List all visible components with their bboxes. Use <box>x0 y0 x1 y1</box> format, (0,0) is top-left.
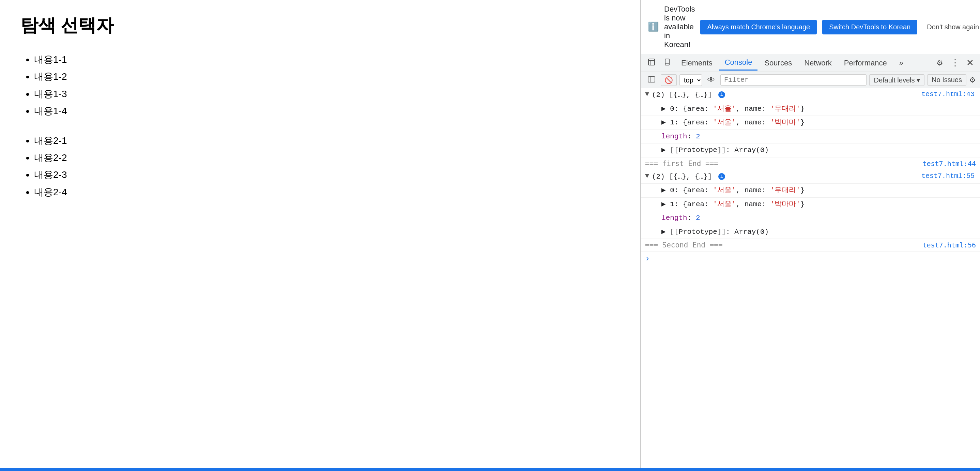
list-item: 내용1-4 <box>34 103 620 119</box>
bottom-bar <box>0 468 980 471</box>
page-title: 탐색 선택자 <box>21 14 620 38</box>
console-entry-2-length: ▶ length: 2 <box>641 211 980 225</box>
tab-sources[interactable]: Sources <box>759 56 797 70</box>
live-expressions-button[interactable]: 👁 <box>705 74 718 86</box>
device-mode-button[interactable] <box>660 56 675 70</box>
expand-arrow-2[interactable]: ▼ <box>645 172 649 180</box>
info-icon: ℹ️ <box>648 21 659 32</box>
separator-text-2: === Second End === <box>645 241 723 249</box>
child-text-0: ▶ 0: {area: '서울', name: '무대리'} <box>652 103 976 115</box>
notification-bar: ℹ️ DevTools is now available in Korean! … <box>641 0 980 54</box>
list-section-1: 내용1-1 내용1-2 내용1-3 내용1-4 <box>21 51 620 120</box>
tab-network[interactable]: Network <box>799 56 837 70</box>
close-devtools-button[interactable]: ✕ <box>964 56 977 70</box>
notification-text: DevTools is now available in Korean! <box>664 5 695 49</box>
separator-first-end: === first End === test7.html:44 <box>641 158 980 170</box>
console-entry-2-proto: ▶ ▶ [[Prototype]]: Array(0) <box>641 225 980 239</box>
console-settings-button[interactable]: ⚙ <box>969 76 976 84</box>
child2-length: length: 2 <box>652 213 976 224</box>
child-proto: ▶ [[Prototype]]: Array(0) <box>652 145 976 156</box>
default-levels-button[interactable]: Default levels ▾ <box>869 74 924 86</box>
tab-elements[interactable]: Elements <box>676 56 718 70</box>
child2-text-1: ▶ 1: {area: '서울', name: '박마마'} <box>652 199 976 210</box>
sep-line-ref-1[interactable]: test7.html:44 <box>923 159 976 168</box>
list-section-2: 내용2-1 내용2-2 내용2-3 내용2-4 <box>21 132 620 201</box>
separator-second-end: === Second End === test7.html:56 <box>641 239 980 251</box>
expand-arrow-1[interactable]: ▼ <box>645 90 649 98</box>
tab-console[interactable]: Console <box>719 55 758 70</box>
console-prompt-line: › <box>641 251 980 266</box>
console-entry-1-child-0: ▶ ▶ 0: {area: '서울', name: '무대리'} <box>641 102 980 116</box>
svg-rect-5 <box>648 77 655 82</box>
line-ref-2[interactable]: test7.html:55 <box>921 172 975 180</box>
console-entry-1: ▼ (2) [{…}, {…}] i test7.html:43 <box>641 88 980 102</box>
devtools-panel: ℹ️ DevTools is now available in Korean! … <box>641 0 980 471</box>
list-item: 내용2-2 <box>34 149 620 166</box>
list-2: 내용2-1 내용2-2 내용2-3 내용2-4 <box>21 132 620 201</box>
list-item: 내용1-2 <box>34 68 620 85</box>
console-input[interactable] <box>652 255 976 263</box>
switch-korean-button[interactable]: Switch DevTools to Korean <box>822 20 917 34</box>
child2-proto: ▶ [[Prototype]]: Array(0) <box>652 227 976 237</box>
list-1: 내용1-1 내용1-2 내용1-3 내용1-4 <box>21 51 620 120</box>
context-selector[interactable]: top <box>679 74 702 86</box>
line-ref-1[interactable]: test7.html:43 <box>921 90 975 98</box>
console-entry-1-length: ▶ length: 2 <box>641 130 980 144</box>
info-badge-2: i <box>718 173 725 180</box>
settings-button[interactable]: ⚙ <box>933 57 947 70</box>
child2-text-0: ▶ 0: {area: '서울', name: '무대리'} <box>652 185 976 196</box>
console-entry-1-proto: ▶ ▶ [[Prototype]]: Array(0) <box>641 143 980 158</box>
console-entry-2-child-0: ▶ ▶ 0: {area: '서울', name: '무대리'} <box>641 184 980 198</box>
list-item: 내용2-4 <box>34 184 620 201</box>
svg-rect-3 <box>665 59 669 65</box>
filter-input[interactable] <box>720 74 867 86</box>
child-length: length: 2 <box>652 131 976 142</box>
list-item: 내용2-3 <box>34 166 620 183</box>
console-entry-1-child-1: ▶ ▶ 1: {area: '서울', name: '박마마'} <box>641 116 980 130</box>
sep-line-ref-2[interactable]: test7.html:56 <box>923 241 976 249</box>
clear-console-button[interactable]: 🚫 <box>661 74 677 86</box>
console-sidebar-button[interactable] <box>645 74 658 86</box>
list-item: 내용1-1 <box>34 51 620 68</box>
svg-rect-0 <box>648 59 655 65</box>
dismiss-button[interactable]: Don't show again <box>923 20 980 34</box>
no-issues-button[interactable]: No Issues <box>927 74 966 86</box>
match-language-button[interactable]: Always match Chrome's language <box>700 20 817 34</box>
console-entry-2: ▼ (2) [{…}, {…}] i test7.html:55 <box>641 170 980 184</box>
info-badge-1: i <box>718 91 725 98</box>
page-content: 탐색 선택자 내용1-1 내용1-2 내용1-3 내용1-4 내용2-1 내용2… <box>0 0 641 471</box>
console-entry-2-child-1: ▶ ▶ 1: {area: '서울', name: '박마마'} <box>641 198 980 212</box>
console-output: ▼ (2) [{…}, {…}] i test7.html:43 ▶ ▶ 0: … <box>641 88 980 471</box>
console-toolbar: 🚫 top 👁 Default levels ▾ No Issues ⚙ <box>641 72 980 88</box>
list-item: 내용1-3 <box>34 86 620 103</box>
tab-performance[interactable]: Performance <box>838 56 892 70</box>
prompt-symbol: › <box>645 254 650 263</box>
tab-toolbar: Elements Console Sources Network Perform… <box>641 54 980 72</box>
child-text-1: ▶ 1: {area: '서울', name: '박마마'} <box>652 117 976 128</box>
separator-text-1: === first End === <box>645 159 718 168</box>
list-item: 내용2-1 <box>34 132 620 149</box>
inspect-icon-button[interactable] <box>644 56 659 70</box>
more-options-button[interactable]: ⋮ <box>948 56 962 70</box>
tab-more[interactable]: » <box>894 56 909 70</box>
